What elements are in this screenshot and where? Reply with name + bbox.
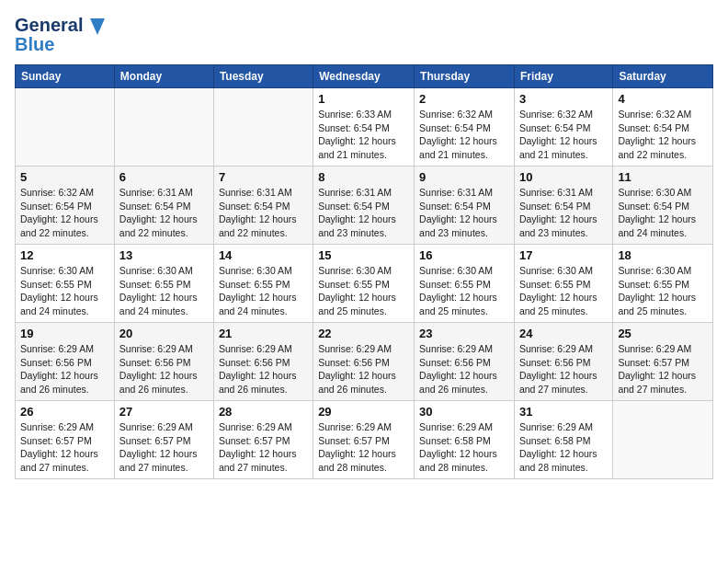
day-info: Sunrise: 6:32 AM Sunset: 6:54 PM Dayligh… [20,186,109,240]
day-info: Sunrise: 6:29 AM Sunset: 6:57 PM Dayligh… [119,420,209,475]
day-info: Sunrise: 6:31 AM Sunset: 6:54 PM Dayligh… [419,186,509,240]
day-info: Sunrise: 6:29 AM Sunset: 6:56 PM Dayligh… [20,342,109,396]
day-info: Sunrise: 6:30 AM Sunset: 6:54 PM Dayligh… [618,186,708,240]
day-info: Sunrise: 6:29 AM Sunset: 6:58 PM Dayligh… [419,420,509,475]
day-number: 18 [618,248,708,262]
table-row: 15Sunrise: 6:30 AM Sunset: 6:55 PM Dayli… [313,245,415,323]
table-row: 30Sunrise: 6:29 AM Sunset: 6:58 PM Dayli… [415,401,515,479]
day-number: 15 [318,248,409,262]
table-row: 2Sunrise: 6:32 AM Sunset: 6:54 PM Daylig… [415,88,515,167]
day-info: Sunrise: 6:30 AM Sunset: 6:55 PM Dayligh… [419,264,509,318]
table-row: 31Sunrise: 6:29 AM Sunset: 6:58 PM Dayli… [514,401,612,479]
day-info: Sunrise: 6:29 AM Sunset: 6:56 PM Dayligh… [219,342,308,396]
table-row: 9Sunrise: 6:31 AM Sunset: 6:54 PM Daylig… [415,167,515,245]
table-row: 29Sunrise: 6:29 AM Sunset: 6:57 PM Dayli… [313,401,415,479]
day-number: 14 [219,248,308,262]
day-info: Sunrise: 6:31 AM Sunset: 6:54 PM Dayligh… [119,186,209,240]
table-row: 4Sunrise: 6:32 AM Sunset: 6:54 PM Daylig… [613,88,713,167]
day-number: 1 [318,92,409,106]
table-row [613,401,713,479]
table-row: 23Sunrise: 6:29 AM Sunset: 6:56 PM Dayli… [415,323,515,401]
table-row: 1Sunrise: 6:33 AM Sunset: 6:54 PM Daylig… [313,88,415,167]
day-number: 17 [519,248,608,262]
logo-text-blue: Blue [15,35,54,53]
day-number: 31 [519,405,608,419]
table-row: 20Sunrise: 6:29 AM Sunset: 6:56 PM Dayli… [114,323,213,401]
header-row: Sunday Monday Tuesday Wednesday Thursday… [16,65,713,88]
day-number: 16 [419,248,509,262]
day-number: 9 [419,170,509,184]
col-sunday: Sunday [16,65,115,88]
logo-arrow-icon [85,15,105,35]
day-info: Sunrise: 6:32 AM Sunset: 6:54 PM Dayligh… [618,108,708,162]
day-info: Sunrise: 6:33 AM Sunset: 6:54 PM Dayligh… [318,108,409,162]
table-row: 28Sunrise: 6:29 AM Sunset: 6:57 PM Dayli… [213,401,313,479]
day-info: Sunrise: 6:32 AM Sunset: 6:54 PM Dayligh… [519,108,608,162]
day-info: Sunrise: 6:29 AM Sunset: 6:56 PM Dayligh… [318,342,409,396]
svg-marker-0 [90,18,105,35]
day-number: 19 [20,327,109,340]
day-info: Sunrise: 6:31 AM Sunset: 6:54 PM Dayligh… [519,186,608,240]
day-info: Sunrise: 6:29 AM Sunset: 6:57 PM Dayligh… [20,420,109,475]
day-number: 2 [419,92,509,106]
day-number: 8 [318,170,409,184]
day-number: 13 [119,248,209,262]
day-info: Sunrise: 6:29 AM Sunset: 6:58 PM Dayligh… [519,420,608,475]
table-row: 11Sunrise: 6:30 AM Sunset: 6:54 PM Dayli… [613,167,713,245]
table-row: 16Sunrise: 6:30 AM Sunset: 6:55 PM Dayli… [415,245,515,323]
day-number: 21 [219,327,308,340]
table-row: 7Sunrise: 6:31 AM Sunset: 6:54 PM Daylig… [213,167,313,245]
calendar-week-4: 19Sunrise: 6:29 AM Sunset: 6:56 PM Dayli… [16,323,713,401]
day-info: Sunrise: 6:30 AM Sunset: 6:55 PM Dayligh… [618,264,708,318]
day-info: Sunrise: 6:29 AM Sunset: 6:56 PM Dayligh… [419,342,509,396]
day-number: 3 [519,92,608,106]
calendar-body: 1Sunrise: 6:33 AM Sunset: 6:54 PM Daylig… [16,88,713,479]
table-row [16,88,115,167]
table-row: 6Sunrise: 6:31 AM Sunset: 6:54 PM Daylig… [114,167,213,245]
day-info: Sunrise: 6:29 AM Sunset: 6:57 PM Dayligh… [219,420,308,475]
table-row: 10Sunrise: 6:31 AM Sunset: 6:54 PM Dayli… [514,167,612,245]
day-info: Sunrise: 6:30 AM Sunset: 6:55 PM Dayligh… [519,264,608,318]
day-number: 12 [20,248,109,262]
table-row: 24Sunrise: 6:29 AM Sunset: 6:56 PM Dayli… [514,323,612,401]
day-number: 28 [219,405,308,419]
day-number: 5 [20,170,109,184]
day-info: Sunrise: 6:29 AM Sunset: 6:56 PM Dayligh… [119,342,209,396]
calendar-week-3: 12Sunrise: 6:30 AM Sunset: 6:55 PM Dayli… [16,245,713,323]
day-number: 10 [519,170,608,184]
page-header: General Blue [15,15,713,53]
day-number: 29 [318,405,409,419]
day-info: Sunrise: 6:29 AM Sunset: 6:57 PM Dayligh… [618,342,708,396]
table-row: 19Sunrise: 6:29 AM Sunset: 6:56 PM Dayli… [16,323,115,401]
table-row [213,88,313,167]
calendar-week-2: 5Sunrise: 6:32 AM Sunset: 6:54 PM Daylig… [16,167,713,245]
table-row: 17Sunrise: 6:30 AM Sunset: 6:55 PM Dayli… [514,245,612,323]
table-row: 21Sunrise: 6:29 AM Sunset: 6:56 PM Dayli… [213,323,313,401]
day-number: 11 [618,170,708,184]
col-saturday: Saturday [613,65,713,88]
day-number: 20 [119,327,209,340]
table-row: 5Sunrise: 6:32 AM Sunset: 6:54 PM Daylig… [16,167,115,245]
table-row: 22Sunrise: 6:29 AM Sunset: 6:56 PM Dayli… [313,323,415,401]
day-number: 23 [419,327,509,340]
day-info: Sunrise: 6:29 AM Sunset: 6:56 PM Dayligh… [519,342,608,396]
table-row: 25Sunrise: 6:29 AM Sunset: 6:57 PM Dayli… [613,323,713,401]
day-number: 4 [618,92,708,106]
table-row: 27Sunrise: 6:29 AM Sunset: 6:57 PM Dayli… [114,401,213,479]
table-row: 26Sunrise: 6:29 AM Sunset: 6:57 PM Dayli… [16,401,115,479]
day-info: Sunrise: 6:32 AM Sunset: 6:54 PM Dayligh… [419,108,509,162]
table-row: 18Sunrise: 6:30 AM Sunset: 6:55 PM Dayli… [613,245,713,323]
calendar-week-1: 1Sunrise: 6:33 AM Sunset: 6:54 PM Daylig… [16,88,713,167]
table-row: 12Sunrise: 6:30 AM Sunset: 6:55 PM Dayli… [16,245,115,323]
day-info: Sunrise: 6:30 AM Sunset: 6:55 PM Dayligh… [119,264,209,318]
day-number: 25 [618,327,708,340]
day-info: Sunrise: 6:31 AM Sunset: 6:54 PM Dayligh… [219,186,308,240]
table-row: 14Sunrise: 6:30 AM Sunset: 6:55 PM Dayli… [213,245,313,323]
day-number: 7 [219,170,308,184]
day-info: Sunrise: 6:30 AM Sunset: 6:55 PM Dayligh… [20,264,109,318]
logo: General Blue [15,15,105,53]
day-number: 22 [318,327,409,340]
day-number: 27 [119,405,209,419]
calendar-week-5: 26Sunrise: 6:29 AM Sunset: 6:57 PM Dayli… [16,401,713,479]
calendar-table: Sunday Monday Tuesday Wednesday Thursday… [15,64,713,479]
